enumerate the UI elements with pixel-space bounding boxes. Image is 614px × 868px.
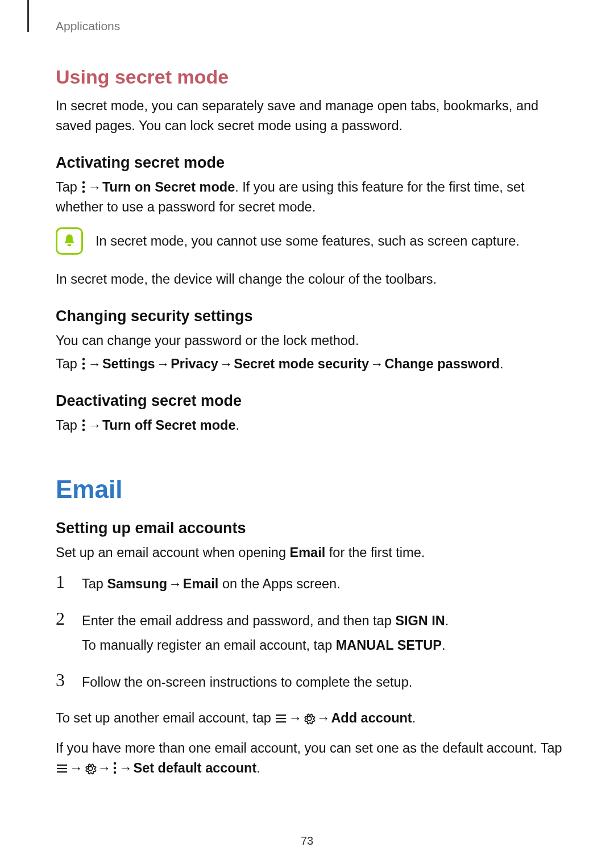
step-body: Follow the on-screen instructions to com… <box>82 671 412 692</box>
gear-icon <box>84 762 97 775</box>
arrow-icon: → <box>86 177 102 197</box>
activating-instruction: Tap → Turn on Secret mode. If you are us… <box>56 177 569 217</box>
note-icon-frame <box>56 227 83 255</box>
text-a: If you have more than one email account,… <box>56 741 562 755</box>
note-callout: In secret mode, you cannot use some feat… <box>56 227 569 255</box>
arrow-icon: → <box>68 758 84 778</box>
svg-point-7 <box>82 424 85 426</box>
bold-manual-setup: MANUAL SETUP <box>336 638 442 653</box>
svg-point-1 <box>82 186 85 188</box>
text-a: To set up another email account, tap <box>56 711 275 725</box>
breadcrumb: Applications <box>56 19 569 33</box>
bell-icon <box>61 233 77 249</box>
step-number: 3 <box>56 671 70 692</box>
text-a: Tap <box>82 576 107 591</box>
svg-point-0 <box>82 181 85 184</box>
more-options-icon <box>81 358 86 370</box>
bold-turn-off: Turn off Secret mode <box>102 418 236 433</box>
text-b: on the Apps screen. <box>218 576 340 591</box>
subheading-changing: Changing security settings <box>56 308 569 325</box>
bold-secret-mode-security: Secret mode security <box>234 356 369 371</box>
text-period: . <box>412 711 416 725</box>
svg-point-3 <box>82 358 85 360</box>
more-options-icon <box>81 181 86 193</box>
svg-point-6 <box>82 420 85 422</box>
text-sub-a: To manually register an email account, t… <box>82 638 336 653</box>
arrow-icon: → <box>287 708 303 728</box>
step-body: Tap Samsung → Email on the Apps screen. <box>82 573 341 594</box>
subheading-deactivating: Deactivating secret mode <box>56 392 569 410</box>
text-period: . <box>236 418 240 433</box>
chapter-heading-email: Email <box>56 475 569 504</box>
step-3: 3 Follow the on-screen instructions to c… <box>56 671 569 692</box>
secret-mode-intro: In secret mode, you can separately save … <box>56 96 569 136</box>
text-tap: Tap <box>56 418 81 433</box>
hamburger-menu-icon <box>275 712 287 725</box>
svg-point-17 <box>114 771 116 774</box>
text-period: . <box>442 638 446 653</box>
svg-point-16 <box>114 767 116 769</box>
arrow-icon: → <box>369 354 385 374</box>
arrow-icon: → <box>218 354 234 374</box>
text-tap: Tap <box>56 356 81 371</box>
step-1: 1 Tap Samsung → Email on the Apps screen… <box>56 573 569 594</box>
svg-point-5 <box>82 367 85 369</box>
text-b: for the first time. <box>325 545 425 560</box>
svg-point-8 <box>82 429 85 431</box>
arrow-icon: → <box>167 574 183 594</box>
step-body: Enter the email address and password, an… <box>82 610 449 655</box>
step-number: 2 <box>56 610 70 655</box>
arrow-icon: → <box>155 354 171 374</box>
email-intro: Set up an email account when opening Ema… <box>56 543 569 563</box>
arrow-icon: → <box>118 758 134 778</box>
default-account-instruction: If you have more than one email account,… <box>56 738 569 778</box>
another-account-instruction: To set up another email account, tap → →… <box>56 708 569 728</box>
page-number: 73 <box>0 834 614 848</box>
section-heading-secret-mode: Using secret mode <box>56 66 569 88</box>
svg-point-4 <box>82 363 85 365</box>
text-tap: Tap <box>56 180 81 194</box>
note-text: In secret mode, you cannot use some feat… <box>96 232 520 250</box>
hamburger-menu-icon <box>56 762 68 775</box>
step-2-subline: To manually register an email account, t… <box>82 636 449 655</box>
bold-sign-in: SIGN IN <box>395 613 445 628</box>
text-period: . <box>256 761 260 775</box>
text-period: . <box>445 613 449 628</box>
arrow-icon: → <box>86 416 102 435</box>
svg-point-2 <box>82 190 85 193</box>
bold-email: Email <box>290 545 326 560</box>
steps-list: 1 Tap Samsung → Email on the Apps screen… <box>56 573 569 692</box>
page-content: Applications Using secret mode In secret… <box>56 0 569 868</box>
text-a: Enter the email address and password, an… <box>82 613 395 628</box>
more-options-icon <box>81 419 86 431</box>
subheading-activating: Activating secret mode <box>56 154 569 172</box>
step-number: 1 <box>56 573 70 594</box>
bold-turn-on: Turn on Secret mode <box>102 180 235 194</box>
arrow-icon: → <box>97 758 113 778</box>
arrow-icon: → <box>316 708 331 728</box>
arrow-icon: → <box>86 354 102 374</box>
more-options-icon <box>112 762 118 774</box>
changing-intro: You can change your password or the lock… <box>56 331 569 351</box>
bold-privacy: Privacy <box>171 356 218 371</box>
bold-settings: Settings <box>102 356 155 371</box>
bold-email: Email <box>183 576 219 591</box>
bold-samsung: Samsung <box>107 576 167 591</box>
gear-icon <box>303 712 316 725</box>
toolbar-colour-note: In secret mode, the device will change t… <box>56 269 569 289</box>
subheading-setup-email: Setting up email accounts <box>56 520 569 537</box>
step-2: 2 Enter the email address and password, … <box>56 610 569 655</box>
text-a: Set up an email account when opening <box>56 545 290 560</box>
text-period: . <box>500 356 504 371</box>
bold-add-account: Add account <box>331 711 412 725</box>
bold-set-default: Set default account <box>134 761 257 775</box>
svg-point-15 <box>114 762 116 765</box>
changing-instruction: Tap → Settings → Privacy → Secret mode s… <box>56 354 569 374</box>
page-tab-marker <box>27 0 29 32</box>
bold-change-password: Change password <box>385 356 500 371</box>
deactivating-instruction: Tap → Turn off Secret mode. <box>56 416 569 435</box>
